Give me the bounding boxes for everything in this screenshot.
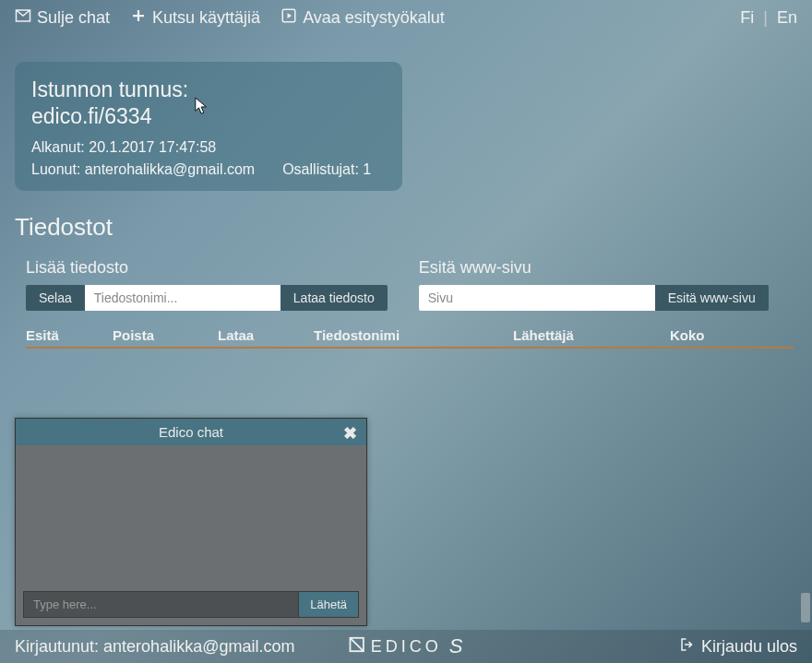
started-label: Alkanut: <box>31 139 85 155</box>
session-participants: Osallistujat: 1 <box>282 161 371 178</box>
play-icon <box>281 7 297 29</box>
col-sender: Lähettäjä <box>513 327 670 343</box>
lang-separator: | <box>763 8 768 28</box>
close-chat-label: Sulje chat <box>37 8 110 28</box>
invite-users-button[interactable]: Kutsu käyttäjiä <box>130 7 260 29</box>
present-group: Esitä www-sivu <box>419 285 769 311</box>
creator-label: Luonut: <box>31 161 80 177</box>
logout-label: Kirjaudu ulos <box>701 637 797 657</box>
creator-value: anterohalikka@gmail.com <box>85 161 255 177</box>
present-page-block: Esitä www-sivu Esitä www-sivu <box>419 258 769 311</box>
logout-button[interactable]: Kirjaudu ulos <box>679 636 797 657</box>
upload-button[interactable]: Lataa tiedosto <box>281 285 388 311</box>
close-chat-button[interactable]: Sulje chat <box>15 7 110 29</box>
cursor-icon <box>194 96 210 120</box>
col-download: Lataa <box>218 327 314 343</box>
file-area: Lisää tiedosto Selaa Lataa tiedosto Esit… <box>26 258 794 311</box>
add-file-block: Lisää tiedosto Selaa Lataa tiedosto <box>26 258 388 311</box>
col-filename: Tiedostonimi <box>314 327 513 343</box>
files-section-title: Tiedostot <box>15 213 797 242</box>
present-button[interactable]: Esitä www-sivu <box>655 285 769 311</box>
session-started: Alkanut: 20.1.2017 17:47:58 <box>31 139 382 156</box>
session-id-label: Istunnon tunnus: <box>31 77 188 101</box>
top-actions: Sulje chat Kutsu käyttäjiä Avaa esitysty… <box>15 7 445 29</box>
filename-input[interactable] <box>85 285 281 311</box>
logged-in: Kirjautunut: anterohalikka@gmail.com <box>15 637 294 657</box>
lang-fi[interactable]: Fi <box>740 8 754 28</box>
participants-value: 1 <box>363 161 371 177</box>
chat-header: Edico chat ✖ <box>16 419 366 445</box>
logged-in-user: anterohalikka@gmail.com <box>103 637 294 656</box>
invite-users-label: Kutsu käyttäjiä <box>152 8 260 28</box>
chat-input-row: Lähetä <box>16 584 366 625</box>
language-switch: Fi | En <box>740 8 797 28</box>
top-bar: Sulje chat Kutsu käyttäjiä Avaa esitysty… <box>0 0 812 36</box>
logged-in-label: Kirjautunut: <box>15 637 99 656</box>
logout-icon <box>679 636 696 657</box>
footer: Kirjautunut: anterohalikka@gmail.com EDI… <box>0 630 812 663</box>
started-value: 20.1.2017 17:47:58 <box>89 139 216 155</box>
lang-en[interactable]: En <box>777 8 797 28</box>
chat-title: Edico chat <box>159 424 223 440</box>
col-present: Esitä <box>26 327 113 343</box>
brand-suffix: S <box>449 634 464 658</box>
browse-button[interactable]: Selaa <box>26 285 85 311</box>
envelope-icon <box>15 7 31 29</box>
chat-input[interactable] <box>23 591 299 618</box>
scrollbar[interactable] <box>801 593 810 622</box>
chat-body <box>16 445 366 584</box>
plus-icon <box>130 7 147 29</box>
brand-text: EDICO <box>371 637 442 657</box>
close-icon[interactable]: ✖ <box>343 423 357 444</box>
brand: EDICO S <box>349 634 464 658</box>
col-remove: Poista <box>113 327 218 343</box>
chat-panel: Edico chat ✖ Lähetä <box>15 418 367 626</box>
participants-label: Osallistujat: <box>282 161 359 177</box>
session-id-url: edico.fi/6334 <box>31 104 151 128</box>
session-card: Istunnon tunnus: edico.fi/6334 Alkanut: … <box>15 62 402 191</box>
add-file-title: Lisää tiedosto <box>26 258 388 278</box>
present-title: Esitä www-sivu <box>419 258 769 278</box>
upload-group: Selaa Lataa tiedosto <box>26 285 388 311</box>
page-input[interactable] <box>419 285 655 311</box>
file-table-header: Esitä Poista Lataa Tiedostonimi Lähettäj… <box>26 327 794 349</box>
open-tools-label: Avaa esitystyökalut <box>303 8 445 28</box>
session-creator: Luonut: anterohalikka@gmail.com <box>31 161 255 178</box>
logo-icon <box>349 636 365 657</box>
chat-send-button[interactable]: Lähetä <box>299 591 359 618</box>
open-tools-button[interactable]: Avaa esitystyökalut <box>281 7 445 29</box>
col-size: Koko <box>670 327 794 343</box>
